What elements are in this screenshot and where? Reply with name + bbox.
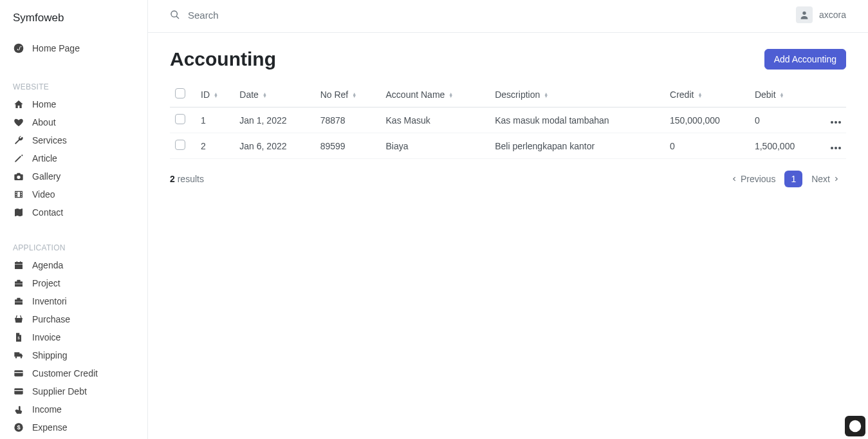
sidebar-item-home-page[interactable]: Home Page xyxy=(0,36,147,61)
cell-debit: 0 xyxy=(750,107,820,133)
cell-id: 1 xyxy=(196,107,234,133)
chevron-left-icon xyxy=(731,176,737,182)
sidebar-item-income[interactable]: Income xyxy=(0,400,147,418)
dollar-icon xyxy=(13,422,24,433)
table-row[interactable]: 1Jan 1, 202278878Kas MasukKas masuk moda… xyxy=(170,107,846,133)
sidebar-item-invoice[interactable]: Invoice xyxy=(0,328,147,346)
sidebar-item-video[interactable]: Video xyxy=(0,185,147,203)
table-row[interactable]: 2Jan 6, 202289599BiayaBeli perlengkapan … xyxy=(170,133,846,159)
cell-account: Biaya xyxy=(381,133,490,159)
user-menu[interactable]: axcora xyxy=(796,6,846,23)
symfony-icon xyxy=(13,42,24,54)
col-account[interactable]: Account Name▲▼ xyxy=(381,82,490,107)
sidebar-item-expense[interactable]: Expense xyxy=(0,418,147,436)
sidebar-item-label: Expense xyxy=(32,422,67,433)
chevron-right-icon xyxy=(833,176,840,182)
sidebar-item-agenda[interactable]: Agenda xyxy=(0,256,147,274)
sidebar-item-inventori[interactable]: Inventori xyxy=(0,292,147,310)
sidebar-item-label: Shipping xyxy=(32,350,68,360)
sort-icon: ▲▼ xyxy=(780,93,784,98)
sidebar-item-services[interactable]: Services xyxy=(0,131,147,149)
col-date[interactable]: Date▲▼ xyxy=(234,82,315,107)
card-icon xyxy=(13,386,24,397)
sidebar-item-contact[interactable]: Contact xyxy=(0,203,147,221)
sidebar-section-application: APPLICATION xyxy=(0,234,147,256)
sidebar-item-label: Supplier Debt xyxy=(32,386,87,397)
home-icon xyxy=(13,98,24,110)
row-actions-button[interactable] xyxy=(831,121,841,124)
sidebar-item-label: Services xyxy=(32,135,67,145)
sidebar-item-gallery[interactable]: Gallery xyxy=(0,167,147,185)
col-desc[interactable]: Description▲▼ xyxy=(490,82,665,107)
map-icon xyxy=(13,207,24,218)
sort-icon: ▲▼ xyxy=(448,93,453,98)
truck-icon xyxy=(13,350,24,361)
sidebar-item-project[interactable]: Project xyxy=(0,274,147,292)
brand[interactable]: Symfoweb xyxy=(0,0,147,36)
sort-icon: ▲▼ xyxy=(352,93,356,98)
row-actions-button[interactable] xyxy=(831,147,841,149)
briefcase-icon xyxy=(13,277,24,289)
page-title: Accounting xyxy=(170,48,276,70)
sidebar-item-about[interactable]: About xyxy=(0,113,147,131)
sidebar-item-label: Income xyxy=(32,404,62,415)
sidebar: Symfoweb Home Page WEBSITE HomeAboutServ… xyxy=(0,0,148,439)
select-all-checkbox[interactable] xyxy=(175,88,185,98)
search-input[interactable] xyxy=(188,10,749,21)
file-icon xyxy=(13,332,24,343)
wrench-icon xyxy=(13,135,24,146)
hand-icon xyxy=(13,404,24,415)
row-checkbox[interactable] xyxy=(175,140,185,150)
user-name: axcora xyxy=(819,10,846,20)
sidebar-item-label: Inventori xyxy=(32,296,67,306)
cell-account: Kas Masuk xyxy=(381,107,490,133)
sidebar-item-label: Invoice xyxy=(32,332,60,342)
sidebar-item-label: Home Page xyxy=(32,43,80,53)
sidebar-item-label: Video xyxy=(32,189,55,200)
camera-icon xyxy=(13,171,24,182)
card-icon xyxy=(13,368,24,379)
previous-button[interactable]: Previous xyxy=(725,171,782,187)
cell-desc: Kas masuk modal tambahan xyxy=(490,107,665,133)
sidebar-item-shipping[interactable]: Shipping xyxy=(0,346,147,364)
sidebar-item-home[interactable]: Home xyxy=(0,95,147,113)
cell-noref: 89599 xyxy=(315,133,381,159)
cell-debit: 1,500,000 xyxy=(750,133,820,159)
page-1-button[interactable]: 1 xyxy=(784,171,802,187)
col-debit[interactable]: Debit▲▼ xyxy=(750,82,820,107)
sidebar-item-purchase[interactable]: Purchase xyxy=(0,310,147,328)
sidebar-item-label: Contact xyxy=(32,207,63,218)
next-button[interactable]: Next xyxy=(805,171,846,187)
sidebar-item-label: Agenda xyxy=(32,260,63,270)
cell-date: Jan 6, 2022 xyxy=(234,133,315,159)
pen-icon xyxy=(13,153,24,164)
sidebar-item-label: Customer Credit xyxy=(32,368,98,378)
col-credit[interactable]: Credit▲▼ xyxy=(665,82,750,107)
sort-icon: ▲▼ xyxy=(214,93,218,98)
briefcase-icon xyxy=(13,295,24,307)
cell-credit: 150,000,000 xyxy=(665,107,750,133)
col-noref[interactable]: No Ref▲▼ xyxy=(315,82,381,107)
results-count: 2 results xyxy=(170,174,204,184)
row-checkbox[interactable] xyxy=(175,114,185,124)
calendar-icon xyxy=(13,259,24,271)
sort-icon: ▲▼ xyxy=(697,93,702,98)
heart-icon xyxy=(13,117,24,128)
col-id[interactable]: ID▲▼ xyxy=(196,82,234,107)
film-icon xyxy=(13,189,24,200)
cell-date: Jan 1, 2022 xyxy=(234,107,315,133)
pagination: Previous 1 Next xyxy=(725,171,846,187)
sidebar-item-label: Home xyxy=(32,99,56,109)
sidebar-item-label: Article xyxy=(32,153,57,163)
search-icon xyxy=(170,10,180,20)
symfony-toolbar-badge[interactable] xyxy=(845,416,865,436)
add-accounting-button[interactable]: Add Accounting xyxy=(764,49,846,70)
sort-icon: ▲▼ xyxy=(544,93,548,98)
sidebar-item-article[interactable]: Article xyxy=(0,149,147,167)
basket-icon xyxy=(13,313,24,325)
sidebar-item-label: Project xyxy=(32,278,60,288)
topbar: axcora xyxy=(148,0,868,33)
cell-desc: Beli perlengkapan kantor xyxy=(490,133,665,159)
sidebar-item-supplier-debt[interactable]: Supplier Debt xyxy=(0,382,147,400)
sidebar-item-customer-credit[interactable]: Customer Credit xyxy=(0,364,147,382)
